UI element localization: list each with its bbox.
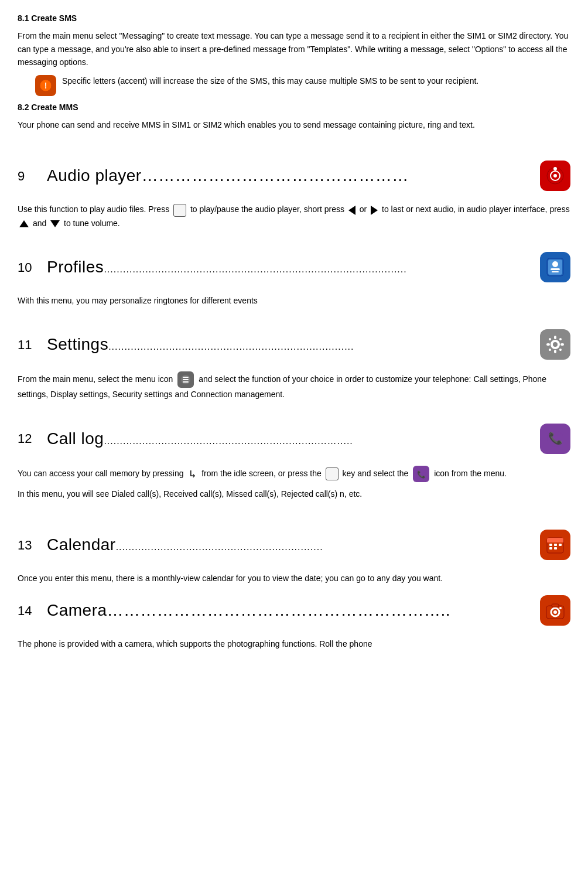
- svg-rect-24: [183, 381, 189, 383]
- svg-text:!: !: [45, 81, 47, 90]
- section14-icon: [540, 595, 570, 626]
- section9-title: Audio player…………………………………………: [47, 163, 540, 188]
- section14-number: 14: [18, 601, 47, 620]
- key-button-icon: [326, 467, 339, 480]
- section12-number: 12: [18, 429, 47, 448]
- section14-body: The phone is provided with a camera, whi…: [18, 637, 570, 650]
- section10-icon: [540, 252, 570, 282]
- section9-body: Use this function to play audio files. P…: [18, 203, 570, 230]
- svg-rect-33: [554, 544, 557, 546]
- section10-header: 10 Profiles.............................…: [18, 252, 570, 282]
- section13-header: 13 Calendar.............................…: [18, 530, 570, 560]
- svg-rect-15: [546, 343, 550, 346]
- sms-heading: 8.1 Create SMS: [18, 12, 570, 25]
- section9-number: 9: [18, 166, 47, 186]
- svg-rect-31: [547, 540, 563, 542]
- svg-point-4: [553, 174, 557, 178]
- svg-rect-13: [554, 336, 556, 339]
- section11-body: From the main menu, select the menu icon…: [18, 371, 570, 401]
- section13-number: 13: [18, 535, 47, 555]
- svg-rect-14: [554, 350, 556, 353]
- section11-number: 11: [18, 335, 47, 354]
- svg-rect-40: [552, 604, 559, 607]
- svg-point-39: [553, 610, 557, 614]
- section9-header: 9 Audio player…………………………………………: [18, 161, 570, 191]
- svg-text:📞: 📞: [548, 431, 563, 445]
- section12-title: Call log................................…: [47, 426, 540, 451]
- section13-icon: [540, 530, 570, 560]
- sms-body: From the main menu select "Messaging" to…: [18, 29, 570, 69]
- play-button-icon: [173, 204, 186, 217]
- section13-body: Once you enter this menu, there is a mon…: [18, 572, 570, 585]
- sms-info-text: Specific letters (accent) will increase …: [62, 75, 478, 87]
- svg-point-5: [553, 167, 557, 170]
- section11-icon: [540, 329, 570, 360]
- svg-rect-22: [183, 377, 189, 378]
- left-arrow-icon: [348, 206, 355, 215]
- mms-heading: 8.2 Create MMS: [18, 101, 570, 114]
- svg-rect-23: [183, 379, 189, 380]
- svg-text:📞: 📞: [417, 470, 426, 479]
- up-arrow-icon: [19, 220, 29, 227]
- svg-rect-9: [551, 268, 560, 270]
- section11-title: Settings................................…: [47, 332, 540, 357]
- svg-rect-36: [554, 547, 557, 549]
- section10-body: With this menu, you may personalize ring…: [18, 294, 570, 307]
- svg-rect-32: [549, 544, 552, 546]
- settings-menu-icon: [177, 371, 194, 388]
- section11-header: 11 Settings.............................…: [18, 329, 570, 360]
- mms-body: Your phone can send and receive MMS in S…: [18, 118, 570, 131]
- svg-rect-34: [559, 544, 562, 546]
- sms-info-box: ! Specific letters (accent) will increas…: [35, 75, 570, 96]
- section12-header: 12 Call log.............................…: [18, 424, 570, 454]
- section14-title: Camera……………………………………………………..: [47, 598, 540, 623]
- section14-header: 14 Camera……………………………………………………..: [18, 595, 570, 626]
- section12-body: You can access your call memory by press…: [18, 466, 570, 483]
- section10-number: 10: [18, 258, 47, 277]
- right-arrow-icon: [371, 206, 378, 215]
- calllog-menu-icon: 📞: [413, 466, 429, 482]
- sms-warning-icon: !: [35, 75, 56, 96]
- svg-rect-10: [552, 271, 559, 272]
- svg-rect-16: [560, 343, 564, 346]
- svg-point-41: [559, 607, 562, 609]
- section10-title: Profiles................................…: [47, 255, 540, 279]
- section12-body2: In this menu, you will see Dialed call(s…: [18, 487, 570, 500]
- svg-rect-35: [549, 547, 552, 549]
- section13-title: Calendar................................…: [47, 533, 540, 557]
- section12-icon: 📞: [540, 424, 570, 454]
- section9-icon: [540, 161, 570, 191]
- svg-point-8: [552, 261, 558, 267]
- down-arrow-icon: [50, 220, 60, 227]
